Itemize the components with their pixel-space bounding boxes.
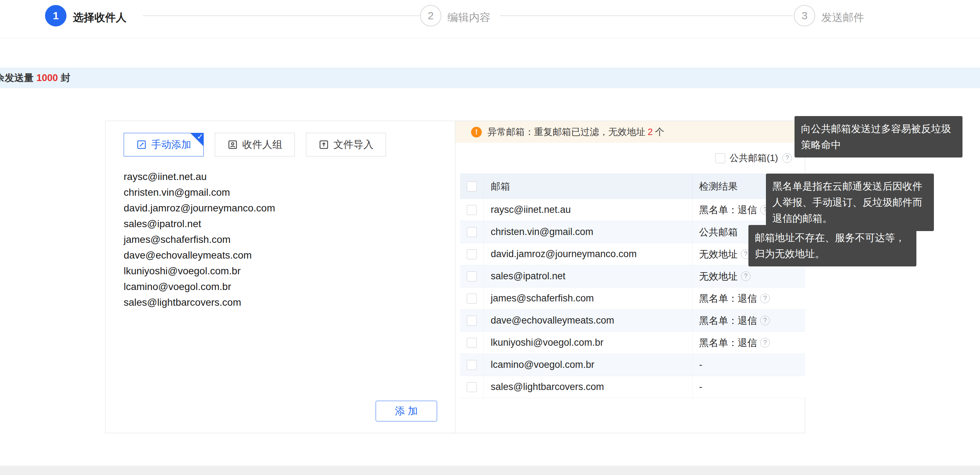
row-result: -: [699, 359, 702, 370]
recipient-selection-card: 手动添加 ✓ 收件人组 文件导入 raysc@iinet: [105, 121, 805, 433]
row-result: -: [699, 381, 702, 392]
recipient-line: dave@echovalleymeats.com: [124, 248, 345, 263]
bottom-strip: [0, 466, 980, 475]
recipient-input-area[interactable]: raysc@iinet.net.au christen.vin@gmail.co…: [124, 169, 345, 310]
step-2-circle: 2: [420, 5, 441, 26]
step-connector: [500, 15, 793, 16]
row-email: lkuniyoshi@voegol.com.br: [484, 332, 693, 354]
manual-add-icon: [136, 139, 147, 150]
check-icon: ✓: [197, 133, 204, 141]
row-checkbox[interactable]: [467, 294, 477, 303]
tab-recipient-group[interactable]: 收件人组: [215, 133, 295, 156]
recipient-group-icon: [227, 139, 238, 150]
check-corner: ✓: [190, 133, 204, 146]
public-mailbox-filter: 公共邮箱(1) ?: [715, 152, 792, 164]
quota-count: 1000: [37, 73, 58, 83]
tab-file-import-label: 文件导入: [334, 138, 374, 151]
blacklist-tooltip: 黑名单是指在云邮通发送后因收件人举报、手动退订、反垃圾邮件而退信的邮箱。: [766, 173, 934, 231]
recipient-line: david.jamroz@journeymanco.com: [124, 200, 345, 216]
send-quota-banner: 余发送量1000封: [0, 67, 980, 88]
add-mode-tabs: 手动添加 ✓ 收件人组 文件导入: [124, 133, 386, 156]
table-header: 邮箱 检测结果: [460, 173, 805, 199]
row-result: 无效地址: [699, 270, 738, 283]
step-wizard: 1 选择收件人 2 编辑内容 3 发送邮件: [0, 0, 980, 38]
warning-suffix: 个: [655, 126, 664, 138]
public-mailbox-label: 公共邮箱(1): [729, 152, 778, 164]
panel-divider: [455, 121, 455, 433]
row-checkbox[interactable]: [467, 205, 477, 215]
header-email: 邮箱: [484, 174, 693, 199]
row-result: 无效地址: [699, 248, 738, 261]
row-email: sales@lightbarcovers.com: [484, 376, 693, 398]
row-result: 公共邮箱: [699, 226, 738, 238]
warning-count: 2: [648, 126, 652, 138]
tab-manual-add-label: 手动添加: [151, 138, 191, 151]
step-3-label: 发送邮件: [821, 10, 864, 25]
row-result: 黑名单：退信: [699, 292, 757, 305]
public-mailbox-checkbox[interactable]: [715, 153, 725, 163]
add-button[interactable]: 添 加: [375, 401, 437, 421]
row-checkbox[interactable]: [467, 382, 477, 392]
recipient-line: lcamino@voegol.com.br: [124, 279, 345, 295]
row-email: lcamino@voegol.com.br: [484, 354, 693, 376]
check-result-table: 邮箱 检测结果 raysc@iinet.net.au 黑名单：退信? chris…: [460, 173, 805, 398]
step-2-label: 编辑内容: [447, 10, 490, 25]
select-all-checkbox[interactable]: [467, 181, 477, 191]
row-email: raysc@iinet.net.au: [484, 199, 693, 221]
file-import-icon: [318, 139, 329, 150]
warning-icon: !: [471, 127, 482, 138]
tab-recipient-group-label: 收件人组: [242, 138, 282, 151]
quota-prefix: 余发送量: [0, 73, 33, 83]
recipient-line: lkuniyoshi@voegol.com.br: [124, 263, 345, 279]
help-icon[interactable]: ?: [760, 316, 770, 326]
row-email: dave@echovalleymeats.com: [484, 310, 693, 331]
row-result: 黑名单：退信: [699, 203, 757, 216]
row-result: 黑名单：退信: [699, 337, 757, 349]
warning-prefix: 异常邮箱：重复邮箱已过滤，无效地址: [487, 126, 646, 138]
row-email: sales@ipatrol.net: [484, 265, 693, 287]
row-email: david.jamroz@journeymanco.com: [484, 243, 693, 265]
help-icon[interactable]: ?: [760, 294, 770, 303]
step-3-circle: 3: [794, 5, 815, 26]
recipient-line: sales@ipatrol.net: [124, 216, 345, 232]
step-1-circle: 1: [45, 5, 67, 26]
row-checkbox[interactable]: [467, 338, 477, 348]
table-row: sales@lightbarcovers.com -: [460, 376, 805, 398]
row-result: 黑名单：退信: [699, 314, 757, 327]
help-icon[interactable]: ?: [741, 272, 751, 281]
row-checkbox[interactable]: [467, 360, 477, 370]
abnormal-mailbox-warning: ! 异常邮箱：重复邮箱已过滤，无效地址 2 个: [455, 121, 806, 143]
recipient-line: christen.vin@gmail.com: [124, 185, 345, 200]
step-connector: [143, 15, 420, 16]
table-row: lcamino@voegol.com.br -: [460, 354, 805, 376]
help-icon[interactable]: ?: [760, 338, 770, 348]
table-row: lkuniyoshi@voegol.com.br 黑名单：退信?: [460, 332, 805, 354]
tab-manual-add[interactable]: 手动添加 ✓: [124, 133, 204, 156]
table-row: dave@echovalleymeats.com 黑名单：退信?: [460, 310, 805, 332]
public-mailbox-help-icon[interactable]: ?: [782, 153, 792, 163]
table-row: james@schaferfish.com 黑名单：退信?: [460, 288, 805, 310]
public-mailbox-tooltip: 向公共邮箱发送过多容易被反垃圾策略命中: [794, 116, 963, 157]
row-email: james@schaferfish.com: [484, 288, 693, 309]
table-row: sales@ipatrol.net 无效地址?: [460, 265, 805, 288]
tab-file-import[interactable]: 文件导入: [306, 133, 386, 156]
row-checkbox[interactable]: [467, 249, 477, 259]
invalid-address-tooltip: 邮箱地址不存在、服务不可达等，归为无效地址。: [748, 225, 916, 267]
row-email: christen.vin@gmail.com: [484, 221, 693, 243]
row-checkbox[interactable]: [467, 227, 477, 237]
step-1-label: 选择收件人: [73, 10, 127, 25]
quota-suffix: 封: [61, 73, 70, 83]
bulk-mail-wizard-screen: 1 选择收件人 2 编辑内容 3 发送邮件 余发送量1000封 手动添加 ✓: [0, 0, 980, 475]
recipient-line: raysc@iinet.net.au: [124, 169, 345, 185]
row-checkbox[interactable]: [467, 316, 477, 326]
recipient-line: james@schaferfish.com: [124, 232, 345, 248]
recipient-line: sales@lightbarcovers.com: [124, 295, 345, 310]
row-checkbox[interactable]: [467, 272, 477, 281]
table-row: raysc@iinet.net.au 黑名单：退信?: [460, 199, 805, 221]
